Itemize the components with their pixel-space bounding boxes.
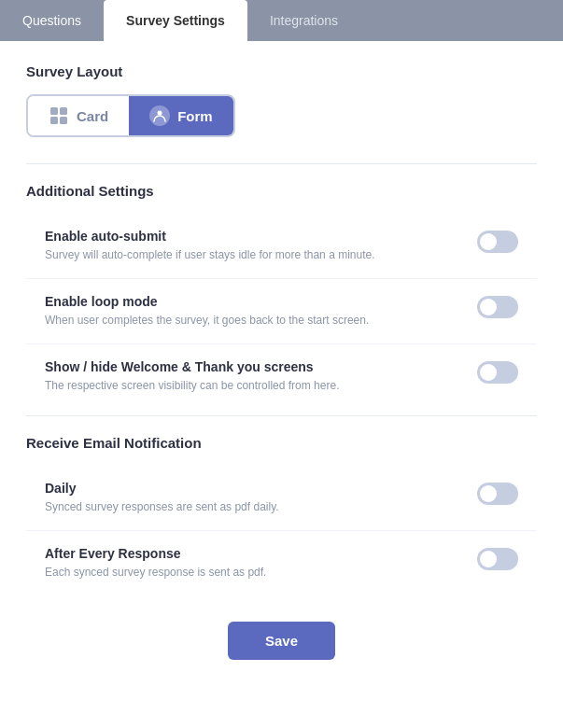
auto-submit-label: Enable auto-submit (45, 229, 458, 244)
svg-rect-2 (50, 117, 58, 124)
survey-layout-title: Survey Layout (26, 63, 537, 79)
email-notification-section: Receive Email Notification Daily Synced … (26, 415, 537, 595)
loop-mode-toggle[interactable] (477, 296, 518, 318)
after-every-response-desc: Each synced survey response is sent as p… (45, 565, 458, 581)
setting-daily: Daily Synced survey responses are sent a… (26, 466, 537, 531)
tab-questions[interactable]: Questions (0, 0, 104, 41)
welcome-thank-you-desc: The respective screen visibility can be … (45, 378, 458, 394)
form-icon (149, 105, 170, 126)
welcome-thank-you-slider (477, 361, 518, 384)
save-area: Save (26, 595, 537, 682)
tab-bar: Questions Survey Settings Integrations (0, 0, 563, 41)
card-icon (49, 105, 69, 126)
svg-rect-3 (60, 117, 67, 124)
additional-settings-title: Additional Settings (26, 183, 537, 199)
daily-toggle[interactable] (477, 483, 518, 505)
setting-welcome-thank-you: Show / hide Welcome & Thank you screens … (26, 344, 537, 409)
welcome-thank-you-label: Show / hide Welcome & Thank you screens (45, 359, 458, 374)
setting-loop-mode: Enable loop mode When user completes the… (26, 279, 537, 344)
form-option-label: Form (177, 108, 213, 124)
svg-rect-1 (60, 107, 67, 115)
daily-label: Daily (45, 481, 458, 496)
email-notification-title: Receive Email Notification (26, 435, 537, 451)
setting-auto-submit: Enable auto-submit Survey will auto-comp… (26, 214, 537, 279)
daily-desc: Synced survey responses are sent as pdf … (45, 499, 458, 515)
after-every-response-toggle[interactable] (477, 548, 518, 570)
email-settings-group: Daily Synced survey responses are sent a… (26, 466, 537, 595)
main-container: Questions Survey Settings Integrations S… (0, 0, 563, 728)
tab-integrations[interactable]: Integrations (247, 0, 360, 41)
auto-submit-desc: Survey will auto-complete if user stays … (45, 247, 458, 263)
additional-settings-group: Enable auto-submit Survey will auto-comp… (26, 214, 537, 408)
layout-toggle: Card Form (26, 94, 235, 137)
after-every-response-label: After Every Response (45, 546, 458, 561)
content-area: Survey Layout Card (0, 41, 563, 705)
tab-survey-settings[interactable]: Survey Settings (104, 0, 247, 41)
welcome-thank-you-toggle[interactable] (477, 361, 518, 384)
save-button[interactable]: Save (228, 622, 335, 660)
layout-option-card[interactable]: Card (28, 96, 129, 135)
loop-mode-slider (477, 296, 518, 318)
after-every-response-slider (477, 548, 518, 570)
loop-mode-desc: When user completes the survey, it goes … (45, 313, 458, 329)
svg-point-4 (158, 111, 162, 116)
auto-submit-slider (477, 231, 518, 253)
card-option-label: Card (77, 108, 108, 124)
svg-rect-0 (50, 107, 58, 115)
loop-mode-label: Enable loop mode (45, 294, 458, 309)
auto-submit-toggle[interactable] (477, 231, 518, 253)
setting-after-every-response: After Every Response Each synced survey … (26, 531, 537, 595)
additional-settings-section: Additional Settings Enable auto-submit S… (26, 163, 537, 408)
daily-slider (477, 483, 518, 505)
layout-option-form[interactable]: Form (129, 96, 233, 135)
